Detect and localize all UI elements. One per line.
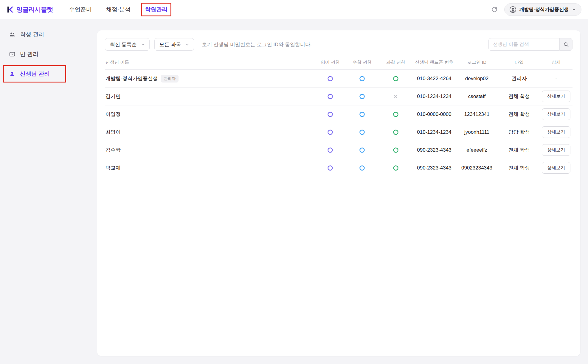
search-icon	[563, 41, 569, 47]
search-button[interactable]	[559, 38, 573, 51]
circle-permission-icon	[392, 129, 399, 136]
detail-cell: 상세보기	[540, 91, 573, 102]
detail-empty: -	[555, 76, 557, 82]
table-row: 이열정010-0000-0000123412341전체 학생상세보기	[105, 105, 573, 123]
circle-permission-icon	[392, 165, 399, 171]
science-permission-cell	[378, 111, 413, 118]
detail-cell: 상세보기	[540, 162, 573, 174]
user-name: 개발팀-정식가입중선생	[519, 7, 569, 13]
teacher-name-cell: 김수학	[105, 147, 314, 153]
students-icon	[9, 31, 15, 38]
detail-button[interactable]: 상세보기	[542, 108, 570, 120]
teacher-management-panel: 최신 등록순 모든 과목 초기 선생님 비밀번호는 로그인 ID와 동일합니다.	[97, 30, 580, 356]
detail-cell: 상세보기	[540, 144, 573, 156]
user-avatar-icon	[509, 6, 516, 13]
nav-item-academy-management[interactable]: 학원관리	[145, 6, 167, 13]
login-id-cell: efeeeeffz	[455, 147, 499, 153]
col-teacher-name: 선생님 이름	[105, 60, 314, 65]
circle-permission-icon	[392, 75, 399, 82]
english-permission-cell	[314, 75, 346, 82]
teacher-name: 박교재	[106, 164, 121, 171]
col-science-permission: 과학 권한	[378, 60, 413, 65]
phone-cell: 010-3422-4264	[413, 76, 455, 82]
phone-cell: 010-1234-1234	[413, 94, 455, 99]
brand-logo[interactable]: 잉글리시플랫	[7, 5, 53, 14]
english-permission-cell	[314, 111, 346, 118]
circle-permission-icon	[327, 111, 333, 118]
col-type: 타입	[499, 60, 540, 65]
teacher-icon	[9, 71, 15, 77]
circle-permission-icon	[359, 129, 365, 136]
user-menu[interactable]: 개발팀-정식가입중선생	[504, 3, 581, 16]
subject-dropdown[interactable]: 모든 과목	[154, 38, 194, 51]
x-mark-icon	[392, 93, 399, 100]
circle-permission-icon	[359, 147, 365, 153]
admin-badge: 관리자	[161, 75, 179, 83]
brand-logo-text: 잉글리시플랫	[16, 5, 53, 14]
col-english-permission: 영어 권한	[314, 60, 346, 65]
nav-item-grading-analysis[interactable]: 채점·분석	[106, 6, 131, 13]
detail-button[interactable]: 상세보기	[542, 91, 570, 102]
sidebar: 학생 관리 반 관리 선생님 관리	[0, 19, 89, 364]
teacher-name-cell: 이열정	[105, 111, 314, 118]
math-permission-cell	[346, 93, 378, 100]
sidebar-item-class-management[interactable]: 반 관리	[4, 46, 66, 62]
circle-permission-icon	[327, 165, 333, 171]
type-cell: 관리자	[499, 75, 540, 82]
science-permission-cell	[378, 93, 413, 100]
english-permission-cell	[314, 129, 346, 136]
type-cell: 전체 학생	[499, 164, 540, 171]
refresh-button[interactable]	[491, 6, 498, 13]
sidebar-item-label: 선생님 관리	[20, 70, 50, 78]
teacher-name: 김기민	[106, 93, 121, 100]
circle-permission-icon	[327, 93, 333, 100]
login-id-cell: develop02	[455, 76, 499, 82]
login-id-cell: 123412341	[455, 111, 499, 117]
teacher-name: 김수학	[106, 147, 121, 153]
sort-dropdown[interactable]: 최신 등록순	[105, 38, 150, 51]
detail-cell: -	[540, 76, 573, 82]
math-permission-cell	[346, 111, 378, 118]
login-id-cell: 09023234343	[455, 165, 499, 171]
table-row: 개발팀-정식가입중선생관리자010-3422-4264develop02관리자-	[105, 70, 573, 88]
circle-permission-icon	[359, 111, 365, 118]
type-cell: 전체 학생	[499, 147, 540, 153]
refresh-icon	[491, 6, 498, 13]
english-permission-cell	[314, 93, 346, 100]
password-info-text: 초기 선생님 비밀번호는 로그인 ID와 동일합니다.	[202, 41, 311, 48]
login-id-cell: jyoonh1111	[455, 129, 499, 135]
teacher-name-cell: 김기민	[105, 93, 314, 100]
top-navigation-bar: 잉글리시플랫 수업준비 채점·분석 학원관리 개발팀-정식가입중선생	[0, 0, 588, 19]
search-input[interactable]	[488, 38, 559, 51]
nav-item-lesson-prep[interactable]: 수업준비	[69, 6, 92, 13]
detail-button[interactable]: 상세보기	[542, 126, 570, 138]
topbar-right: 개발팀-정식가입중선생	[491, 3, 581, 16]
teacher-name: 개발팀-정식가입중선생	[106, 75, 158, 82]
science-permission-cell	[378, 165, 413, 171]
teacher-name: 이열정	[106, 111, 121, 118]
subject-dropdown-value: 모든 과목	[159, 41, 181, 48]
circle-permission-icon	[327, 147, 333, 153]
math-permission-cell	[346, 129, 378, 136]
type-cell: 담당 학생	[499, 129, 540, 136]
chevron-down-icon	[572, 7, 576, 12]
teacher-table-body: 개발팀-정식가입중선생관리자010-3422-4264develop02관리자-…	[105, 70, 573, 177]
science-permission-cell	[378, 129, 413, 136]
sidebar-item-student-management[interactable]: 학생 관리	[4, 27, 66, 42]
table-row: 김수학090-2323-4343efeeeeffz전체 학생상세보기	[105, 141, 573, 159]
math-permission-cell	[346, 75, 378, 82]
circle-permission-icon	[392, 147, 399, 153]
type-cell: 전체 학생	[499, 93, 540, 100]
teacher-name-cell: 박교재	[105, 164, 314, 171]
sidebar-item-teacher-management[interactable]: 선생님 관리	[4, 66, 66, 82]
phone-cell: 090-2323-4343	[413, 165, 455, 171]
detail-button[interactable]: 상세보기	[542, 144, 570, 156]
chevron-down-icon	[141, 42, 145, 46]
detail-button[interactable]: 상세보기	[542, 162, 570, 174]
phone-cell: 010-1234-1234	[413, 129, 455, 135]
col-math-permission: 수학 권한	[346, 60, 378, 65]
teacher-name-cell: 최영어	[105, 129, 314, 136]
circle-permission-icon	[327, 75, 333, 82]
main-nav: 수업준비 채점·분석 학원관리	[69, 6, 167, 13]
english-permission-cell	[314, 147, 346, 153]
